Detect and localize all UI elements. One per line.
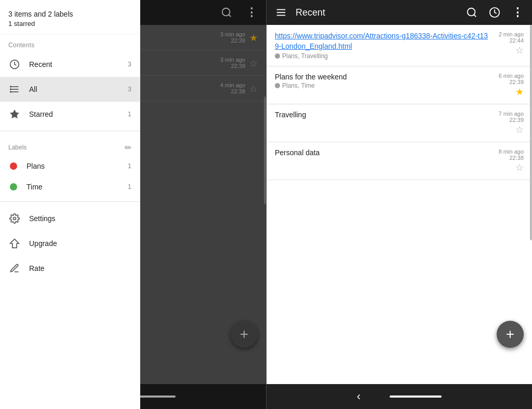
time-color-dot <box>10 183 17 190</box>
recent-item[interactable]: Plans for the weekend Plans, Time 6 min … <box>267 66 532 104</box>
svg-point-5 <box>10 89 11 90</box>
drawer: 3 items and 2 labels 1 starred Contents … <box>0 0 140 409</box>
item-content: Plans for the weekend Plans, Time <box>275 73 488 89</box>
tag-label: Plans, Travelling <box>282 52 328 60</box>
sidebar-item-time[interactable]: Time 1 <box>0 176 140 197</box>
scrollbar <box>530 25 532 240</box>
drawer-header-subtitle: 1 starred <box>8 20 131 28</box>
menu-button[interactable] <box>271 2 291 23</box>
time-ago: 8 min ago <box>499 148 524 155</box>
right-topbar: Recent ⋮ <box>267 0 532 25</box>
item-content: Personal data <box>275 148 488 157</box>
time-label: Time <box>26 183 128 191</box>
sidebar-item-settings[interactable]: Settings <box>0 206 140 231</box>
sidebar-item-recent[interactable]: Recent 3 <box>0 52 140 77</box>
star-filled-icon[interactable]: ★ <box>515 86 524 98</box>
recent-list: https://www.tripadvisor.com/Attractions-… <box>267 25 532 384</box>
item-time: 22:39 <box>509 117 524 123</box>
recent-item[interactable]: Personal data 8 min ago 22:38 ☆ <box>267 142 532 180</box>
item-title: Plans for the weekend <box>275 73 488 81</box>
drawer-divider-2 <box>0 201 140 202</box>
rate-label: Rate <box>29 264 131 272</box>
settings-icon <box>8 212 21 225</box>
more-button[interactable]: ⋮ <box>507 2 528 23</box>
drawer-header-title: 3 items and 2 labels <box>8 9 131 20</box>
tag-dot <box>275 53 280 59</box>
item-meta: 6 min ago 22:39 ★ <box>493 73 524 98</box>
sidebar-item-rate[interactable]: Rate <box>0 256 140 281</box>
tag-dot <box>275 83 280 88</box>
item-time: 22:38 <box>509 155 524 161</box>
recent-label: Recent <box>29 60 128 69</box>
right-bottom-bar: ‹ <box>267 384 532 409</box>
contents-section-label: Contents <box>0 34 140 52</box>
sidebar-item-all[interactable]: All 3 <box>0 77 140 102</box>
page-title: Recent <box>294 7 459 18</box>
recent-count: 3 <box>128 60 131 68</box>
item-content: https://www.tripadvisor.com/Attractions-… <box>275 31 488 60</box>
labels-section-header: Labels ✏ <box>0 135 140 156</box>
add-button[interactable]: + <box>497 321 524 348</box>
recent-item[interactable]: Travelling 7 min ago 22:39 ☆ <box>267 104 532 142</box>
sidebar-item-upgrade[interactable]: Upgrade <box>0 231 140 256</box>
star-empty-icon[interactable]: ☆ <box>515 45 524 56</box>
starred-count: 1 <box>128 110 131 118</box>
item-content: Travelling <box>275 111 488 119</box>
upgrade-icon <box>8 237 21 250</box>
time-ago: 6 min ago <box>499 73 524 79</box>
svg-point-8 <box>14 217 16 220</box>
item-meta: 2 min ago 22:44 ☆ <box>493 31 524 56</box>
item-meta: 7 min ago 22:39 ☆ <box>493 111 524 135</box>
star-empty-icon[interactable]: ☆ <box>515 124 524 135</box>
plans-label: Plans <box>26 162 128 170</box>
sidebar-item-plans[interactable]: Plans 1 <box>0 156 140 176</box>
star-icon <box>8 108 21 120</box>
item-tags: Plans, Time <box>275 82 488 89</box>
svg-marker-9 <box>10 239 19 248</box>
svg-point-15 <box>468 8 475 16</box>
item-title: Travelling <box>275 111 488 119</box>
drawer-overlay[interactable] <box>140 0 266 409</box>
edit-labels-icon[interactable]: ✏ <box>125 143 131 153</box>
star-empty-icon[interactable]: ☆ <box>515 162 524 173</box>
sidebar-item-starred[interactable]: Starred 1 <box>0 102 140 127</box>
item-meta: 8 min ago 22:38 ☆ <box>493 148 524 173</box>
item-time: 22:39 <box>509 79 524 85</box>
item-title-link: https://www.tripadvisor.com/Attractions-… <box>275 31 488 51</box>
drawer-divider-1 <box>0 131 140 131</box>
left-phone: 3 items and 2 labels 1 starred Contents … <box>0 0 266 409</box>
back-button[interactable]: ‹ <box>357 390 361 403</box>
history-button[interactable] <box>484 2 505 23</box>
all-count: 3 <box>128 85 131 93</box>
home-indicator <box>390 396 442 398</box>
starred-label: Starred <box>29 110 128 118</box>
svg-point-6 <box>10 91 11 92</box>
rate-icon <box>8 262 21 275</box>
topbar-actions: ⋮ <box>461 2 528 23</box>
all-label: All <box>29 85 128 93</box>
drawer-header: 3 items and 2 labels 1 starred <box>0 0 140 34</box>
list-icon <box>8 83 21 96</box>
svg-point-4 <box>10 86 11 87</box>
tag-label: Plans, Time <box>282 82 315 89</box>
plans-count: 1 <box>128 162 131 170</box>
time-ago: 2 min ago <box>499 31 524 37</box>
svg-line-16 <box>474 15 476 17</box>
recent-item[interactable]: https://www.tripadvisor.com/Attractions-… <box>267 25 532 66</box>
item-tags: Plans, Travelling <box>275 52 488 60</box>
time-count: 1 <box>128 183 131 190</box>
upgrade-label: Upgrade <box>29 239 131 248</box>
time-ago: 7 min ago <box>499 111 524 117</box>
right-phone: Recent ⋮ https://www.tripadvisor.com/Att… <box>266 0 532 409</box>
labels-section-label: Labels <box>8 144 125 151</box>
plans-color-dot <box>10 162 17 170</box>
search-button[interactable] <box>461 2 482 23</box>
clock-icon <box>8 58 21 71</box>
item-time: 22:44 <box>509 37 524 44</box>
settings-label: Settings <box>29 214 131 223</box>
item-title: Personal data <box>275 148 488 157</box>
svg-marker-7 <box>10 110 19 118</box>
